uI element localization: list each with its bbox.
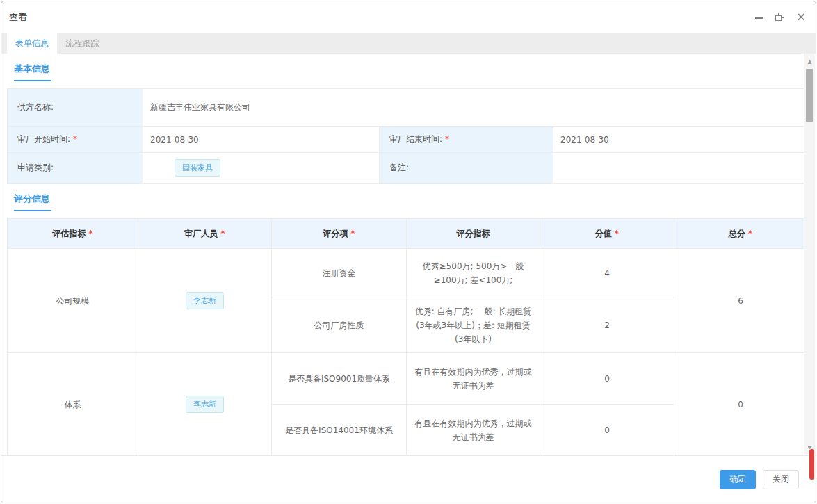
auditor-cell: 李志新 (138, 353, 272, 455)
required-asterisk: * (350, 229, 355, 238)
audit-end-label: 审厂结束时间:* (380, 127, 553, 153)
supplier-name-label: 供方名称: (8, 89, 143, 127)
column-header-score: 分值* (540, 219, 674, 249)
section-title-score: 评分信息 (14, 193, 51, 211)
table-row: 公司规模 李志新 注册资金 优秀≥500万; 500万>一般≥100万; 差<1… (8, 249, 804, 298)
close-button[interactable]: 关闭 (763, 470, 799, 489)
tab-process-tracking[interactable]: 流程跟踪 (57, 33, 107, 54)
auditor-cell: 李志新 (138, 249, 272, 353)
restore-icon[interactable] (775, 13, 785, 22)
category-tag: 固装家具 (175, 159, 220, 177)
table-row: 审厂开始时间:* 2021-08-30 审厂结束时间:* 2021-08-30 (8, 127, 804, 153)
required-asterisk: * (615, 229, 619, 238)
column-header-criteria: 评分指标 (407, 219, 540, 249)
item-cell: 是否具备ISO9001质量体系 (272, 353, 407, 405)
indicator-cell: 体系 (8, 353, 138, 455)
criteria-cell: 优秀≥500万; 500万>一般≥100万; 差<100万; (407, 249, 540, 298)
dialog-title: 查看 (9, 11, 27, 24)
column-header-auditor: 审厂人员* (138, 219, 272, 249)
section-title-basic: 基本信息 (14, 63, 51, 81)
audit-end-value: 2021-08-30 (553, 127, 804, 153)
item-cell: 注册资金 (272, 249, 407, 298)
audit-start-value: 2021-08-30 (143, 127, 380, 153)
criteria-cell: 优秀: 自有厂房; 一般: 长期租赁(3年或3年以上)；差: 短期租赁(3年以下… (407, 298, 540, 353)
tab-bar: 表单信息 流程跟踪 (1, 33, 816, 54)
dialog-titlebar: 查看 × (1, 1, 816, 33)
apply-category-value: 固装家具 (143, 153, 380, 184)
view-dialog: 查看 × 表单信息 流程跟踪 基本信息 供方名称: 新疆吉丰伟业家具有限公司 审… (1, 1, 816, 503)
supplier-name-value: 新疆吉丰伟业家具有限公司 (143, 89, 804, 127)
remark-value (553, 153, 804, 184)
confirm-button[interactable]: 确定 (720, 470, 756, 489)
score-cell: 0 (540, 405, 674, 455)
required-asterisk: * (445, 134, 449, 144)
score-table: 评估指标* 审厂人员* 评分项* 评分指标 分值* 总分* 公司规模 李志新 注… (7, 218, 804, 455)
column-header-item: 评分项* (272, 219, 407, 249)
auditor-tag: 李志新 (186, 292, 224, 309)
criteria-cell: 有且在有效期内为优秀，过期或无证书为差 (407, 405, 540, 455)
column-header-total: 总分* (674, 219, 804, 249)
item-cell: 是否具备ISO14001环境体系 (272, 405, 407, 455)
table-row: 体系 李志新 是否具备ISO9001质量体系 有且在有效期内为优秀，过期或无证书… (8, 353, 804, 405)
close-icon[interactable]: × (796, 13, 806, 22)
audit-start-label: 审厂开始时间:* (8, 127, 143, 153)
table-row: 申请类别: 固装家具 备注: (8, 153, 804, 184)
item-cell: 公司厂房性质 (272, 298, 407, 353)
indicator-cell: 公司规模 (8, 249, 138, 353)
window-controls: × (754, 13, 806, 22)
score-cell: 2 (540, 298, 674, 353)
table-row: 供方名称: 新疆吉丰伟业家具有限公司 (8, 89, 804, 127)
minimize-icon[interactable] (754, 13, 764, 22)
criteria-cell: 有且在有效期内为优秀，过期或无证书为差 (407, 353, 540, 405)
basic-info-table: 供方名称: 新疆吉丰伟业家具有限公司 审厂开始时间:* 2021-08-30 审… (7, 88, 804, 184)
score-cell: 4 (540, 249, 674, 298)
outer-scrollbar-thumb[interactable] (809, 449, 814, 480)
scrollbar-thumb[interactable] (806, 69, 813, 122)
required-asterisk: * (88, 229, 92, 238)
total-cell: 6 (674, 249, 804, 353)
form-content: 基本信息 供方名称: 新疆吉丰伟业家具有限公司 审厂开始时间:* 2021-08… (1, 54, 804, 455)
score-header-row: 评估指标* 审厂人员* 评分项* 评分指标 分值* 总分* (8, 219, 804, 249)
dialog-footer: 确定 关闭 (1, 455, 816, 503)
score-cell: 0 (540, 353, 674, 405)
required-asterisk: * (220, 229, 225, 238)
required-asterisk: * (748, 229, 752, 238)
auditor-tag: 李志新 (186, 396, 224, 413)
remark-label: 备注: (380, 153, 553, 184)
required-asterisk: * (73, 134, 77, 144)
column-header-indicator: 评估指标* (8, 219, 138, 249)
apply-category-label: 申请类别: (8, 153, 143, 184)
total-cell: 0 (674, 353, 804, 455)
scroll-up-icon[interactable]: ▲ (804, 58, 815, 65)
vertical-scrollbar[interactable]: ▲ ▼ (804, 54, 815, 454)
tab-form-info[interactable]: 表单信息 (7, 33, 57, 54)
